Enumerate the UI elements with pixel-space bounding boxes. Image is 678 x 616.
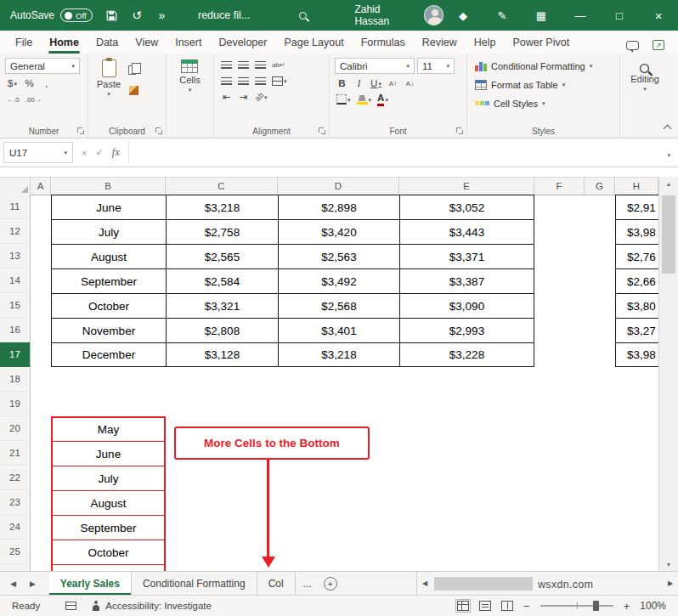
- cell-G13[interactable]: [585, 244, 615, 268]
- cell-A12[interactable]: [31, 219, 51, 244]
- cell-D18[interactable]: [278, 367, 399, 392]
- cell-F20[interactable]: [534, 416, 585, 441]
- column-header-A[interactable]: A: [31, 178, 51, 195]
- cell-F14[interactable]: [534, 268, 585, 293]
- cell-F17[interactable]: [534, 342, 585, 367]
- cell-C12[interactable]: $2,758: [166, 219, 278, 244]
- ribbon-tab-review[interactable]: Review: [414, 32, 466, 54]
- cell-H13[interactable]: $2,76: [615, 244, 658, 268]
- cell-G14[interactable]: [585, 268, 615, 293]
- increase-decimal-button[interactable]: ←.0: [5, 93, 21, 106]
- cancel-button[interactable]: ×: [82, 148, 87, 158]
- more-sheets-button[interactable]: ...: [296, 572, 319, 595]
- cell-E17[interactable]: $3,228: [399, 342, 534, 367]
- align-bottom-button[interactable]: [253, 58, 268, 71]
- cell-G15[interactable]: [585, 293, 615, 318]
- cell-G25[interactable]: [585, 540, 615, 564]
- align-middle-button[interactable]: [236, 58, 251, 71]
- zoom-slider[interactable]: [540, 605, 613, 607]
- cell-F16[interactable]: [534, 318, 585, 342]
- cell-D17[interactable]: $3,218: [278, 342, 399, 367]
- cell-E13[interactable]: $3,371: [399, 244, 534, 268]
- redo-button[interactable]: »: [150, 0, 174, 31]
- row-header-23[interactable]: 23: [0, 490, 31, 515]
- sheet-tab-conditional-formatting[interactable]: Conditional Formatting: [132, 572, 257, 595]
- cell-C11[interactable]: $3,218: [166, 195, 278, 219]
- editing-button[interactable]: Editing ▾: [627, 58, 663, 93]
- sheet-tab-yearly-sales[interactable]: Yearly Sales: [49, 572, 132, 595]
- cell-G16[interactable]: [585, 318, 615, 342]
- cell-H24[interactable]: [615, 515, 658, 540]
- minimize-button[interactable]: —: [561, 0, 600, 31]
- formula-input[interactable]: [129, 142, 660, 163]
- row-header-13[interactable]: 13: [0, 244, 31, 268]
- cell-E14[interactable]: $3,387: [399, 268, 534, 293]
- cell-E23[interactable]: [399, 490, 534, 515]
- percent-style-button[interactable]: %: [22, 76, 37, 90]
- comments-icon[interactable]: [626, 41, 639, 50]
- cell-F26[interactable]: [534, 564, 585, 571]
- cell-B16[interactable]: November: [51, 318, 166, 342]
- annotation-callout[interactable]: More Cells to the Bottom: [174, 427, 370, 460]
- ribbon-tab-developer[interactable]: Developer: [210, 32, 275, 54]
- cell-B20[interactable]: May: [51, 416, 166, 441]
- cell-E18[interactable]: [399, 367, 534, 392]
- cell-A23[interactable]: [31, 490, 51, 515]
- vertical-scrollbar[interactable]: ▲ ▼: [658, 177, 678, 571]
- cell-F19[interactable]: [534, 392, 585, 416]
- annotation-arrow-line[interactable]: [267, 460, 269, 557]
- column-header-D[interactable]: D: [278, 178, 399, 195]
- new-sheet-button[interactable]: +: [324, 577, 337, 591]
- cell-C18[interactable]: [166, 367, 278, 392]
- accounting-format-button[interactable]: $▾: [5, 76, 20, 90]
- zoom-out-button[interactable]: −: [523, 601, 530, 612]
- row-header-16[interactable]: 16: [0, 318, 31, 342]
- cell-D16[interactable]: $3,401: [278, 318, 399, 342]
- format-painter-button[interactable]: [127, 83, 142, 97]
- cell-D26[interactable]: [278, 564, 399, 571]
- cell-C15[interactable]: $3,321: [166, 293, 278, 318]
- row-header-19[interactable]: 19: [0, 392, 31, 416]
- cell-F11[interactable]: [534, 195, 585, 219]
- cell-E11[interactable]: $3,052: [399, 195, 534, 219]
- cell-G26[interactable]: [585, 564, 615, 571]
- zoom-in-button[interactable]: +: [624, 601, 630, 612]
- cell-B15[interactable]: October: [51, 293, 166, 318]
- cell-B17[interactable]: December: [51, 342, 166, 367]
- row-header-20[interactable]: 20: [0, 416, 31, 441]
- cell-H21[interactable]: [615, 441, 658, 466]
- cell-A21[interactable]: [31, 441, 51, 466]
- ribbon-tab-page-layout[interactable]: Page Layout: [275, 32, 352, 54]
- cell-A20[interactable]: [31, 416, 51, 441]
- cell-E24[interactable]: [399, 515, 534, 540]
- cell-B14[interactable]: September: [51, 268, 166, 293]
- bold-button[interactable]: B: [335, 76, 349, 90]
- align-left-button[interactable]: [219, 74, 234, 88]
- select-all-corner[interactable]: [0, 178, 31, 195]
- cell-H16[interactable]: $3,27: [615, 318, 658, 342]
- row-header-26[interactable]: 26: [0, 564, 31, 571]
- document-title[interactable]: reduce fil...: [198, 9, 250, 21]
- cell-H17[interactable]: $3,98: [615, 342, 658, 367]
- font-name-select[interactable]: Calibri ▾: [335, 58, 415, 74]
- cell-B23[interactable]: August: [51, 490, 166, 515]
- cell-H19[interactable]: [615, 392, 658, 416]
- cell-D14[interactable]: $3,492: [278, 268, 399, 293]
- underline-button[interactable]: U▾: [369, 76, 383, 90]
- cell-E22[interactable]: [399, 466, 534, 490]
- page-break-view-button[interactable]: [501, 601, 513, 611]
- row-header-25[interactable]: 25: [0, 540, 31, 564]
- fill-color-button[interactable]: ▾: [355, 93, 374, 106]
- cell-B26[interactable]: November: [51, 564, 166, 571]
- cell-H20[interactable]: [615, 416, 658, 441]
- cell-B22[interactable]: July: [51, 466, 166, 490]
- row-header-14[interactable]: 14: [0, 268, 31, 293]
- row-header-22[interactable]: 22: [0, 466, 31, 490]
- cell-C19[interactable]: [166, 392, 278, 416]
- borders-button[interactable]: ▾: [335, 93, 353, 106]
- annotation-arrow-head[interactable]: [262, 557, 275, 568]
- vertical-scroll-thumb[interactable]: [662, 195, 675, 274]
- cell-C16[interactable]: $2,808: [166, 318, 278, 342]
- cell-A17[interactable]: [31, 342, 51, 367]
- orientation-button[interactable]: ab▾: [253, 90, 269, 104]
